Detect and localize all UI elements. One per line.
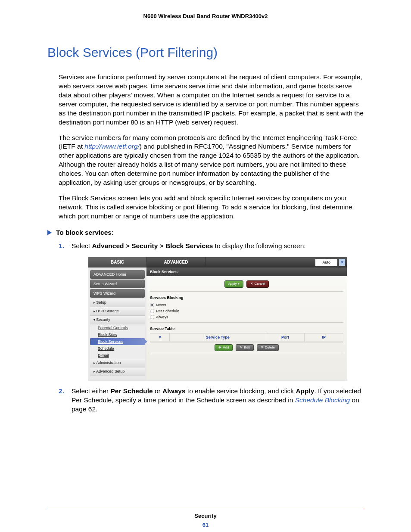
sidebar-item-security[interactable]: Security xyxy=(90,316,145,324)
edit-button[interactable]: ✎Edit xyxy=(236,344,254,352)
sidebar-item-advanced-home[interactable]: ADVANCED Home xyxy=(90,270,145,279)
col-ip: IP xyxy=(305,333,343,342)
radio-per-schedule-label: Per Schedule xyxy=(156,308,179,314)
pencil-icon: ✎ xyxy=(240,345,243,350)
step1-path: Advanced > Security > Block Services xyxy=(92,242,213,249)
document-header: N600 Wireless Dual Band Router WNDR3400v… xyxy=(47,13,364,19)
procedure-heading: To block services: xyxy=(56,229,114,236)
body-paragraph-3: The Block Services screen lets you add a… xyxy=(47,194,364,221)
auto-refresh-box: Auto xyxy=(314,257,347,268)
tab-basic[interactable]: BASIC xyxy=(88,257,147,268)
tabs-row: BASIC ADVANCED Auto xyxy=(88,257,347,268)
service-table-label: Service Table xyxy=(150,326,343,331)
sidebar-item-advanced-setup[interactable]: Advanced Setup xyxy=(90,367,145,376)
tab-spacer xyxy=(206,257,314,268)
auto-refresh-label: Auto xyxy=(315,259,337,266)
panel-title-bar: Block Services xyxy=(146,268,347,276)
step1-text-a: Select xyxy=(72,242,92,249)
sidebar-item-setup[interactable]: Setup xyxy=(90,299,145,307)
auto-refresh-dropdown[interactable] xyxy=(339,259,345,266)
x-icon: ✕ xyxy=(261,345,264,350)
add-label: Add xyxy=(223,345,229,350)
radio-never-label: Never xyxy=(156,302,166,308)
body-paragraph-2: The service numbers for many common prot… xyxy=(47,134,364,188)
chevron-down-icon xyxy=(340,261,344,264)
body-paragraph-1: Services are functions performed by serv… xyxy=(47,73,364,127)
radio-never-row[interactable]: Never xyxy=(150,302,343,308)
ui-body: ADVANCED Home Setup Wizard WPS Wizard Se… xyxy=(88,268,347,380)
sidebar-sub-email[interactable]: E-mail xyxy=(90,352,145,359)
radio-never[interactable] xyxy=(150,303,154,307)
cancel-button[interactable]: ✕Cancel xyxy=(246,280,269,288)
plus-icon: ✚ xyxy=(218,345,221,350)
radio-per-schedule[interactable] xyxy=(150,309,154,313)
sidebar-item-administration[interactable]: Administration xyxy=(90,359,145,367)
page-title: Block Services (Port Filtering) xyxy=(47,45,364,60)
procedure-arrow-icon xyxy=(47,230,52,235)
add-button[interactable]: ✚Add xyxy=(215,344,233,352)
apply-button[interactable]: Apply ▸ xyxy=(224,280,243,288)
cancel-label: Cancel xyxy=(255,282,265,286)
col-num: # xyxy=(150,333,170,342)
radio-always-row[interactable]: Always xyxy=(150,314,343,323)
service-table: # Service Type Port IP xyxy=(150,333,343,342)
col-port: Port xyxy=(266,333,305,342)
router-ui-figure: BASIC ADVANCED Auto ADVANCED Home Setup … xyxy=(88,257,347,381)
sidebar-item-wps-wizard[interactable]: WPS Wizard xyxy=(90,289,145,298)
step1-text-c: to display the following screen: xyxy=(213,242,305,249)
sidebar-item-usb-storage[interactable]: USB Storage xyxy=(90,307,145,316)
table-header-row: # Service Type Port IP xyxy=(150,333,343,342)
document-page: N600 Wireless Dual Band Router WNDR3400v… xyxy=(0,0,411,532)
content-panel: Block Services Apply ▸ ✕Cancel Services … xyxy=(146,268,347,380)
step2-e: to enable service blocking, and click xyxy=(186,387,296,395)
step-1: Select Advanced > Security > Block Servi… xyxy=(59,242,364,381)
page-footer: Security 61 xyxy=(47,513,364,528)
footer-rule xyxy=(47,509,364,509)
radio-always[interactable] xyxy=(150,315,154,319)
procedure-heading-row: To block services: xyxy=(47,229,364,236)
edit-label: Edit xyxy=(244,345,250,350)
sidebar: ADVANCED Home Setup Wizard WPS Wizard Se… xyxy=(88,268,146,380)
step2-apply: Apply xyxy=(296,387,314,395)
sidebar-sub-schedule[interactable]: Schedule xyxy=(90,345,145,352)
delete-label: Delete xyxy=(265,345,275,350)
sidebar-sub-block-services[interactable]: Block Services xyxy=(90,338,145,345)
apply-label: Apply ▸ xyxy=(228,282,240,286)
step2-a: Select either xyxy=(72,387,110,395)
table-button-row: ✚Add ✎Edit ✕Delete xyxy=(150,342,343,354)
procedure-steps: Select Advanced > Security > Block Servi… xyxy=(47,242,364,414)
apply-cancel-row: Apply ▸ ✕Cancel xyxy=(150,280,343,292)
cancel-x-icon: ✕ xyxy=(250,282,253,286)
sidebar-sub-parental-controls[interactable]: Parental Controls xyxy=(90,324,145,331)
tab-advanced[interactable]: ADVANCED xyxy=(147,257,206,268)
schedule-blocking-link[interactable]: Schedule Blocking xyxy=(295,396,350,404)
services-blocking-label: Services Blocking xyxy=(150,295,343,300)
footer-page-number: 61 xyxy=(47,522,364,528)
radio-per-schedule-row[interactable]: Per Schedule xyxy=(150,308,343,314)
step2-always: Always xyxy=(162,387,185,395)
ietf-link[interactable]: http://www.ietf.org/ xyxy=(84,143,140,150)
sidebar-item-setup-wizard[interactable]: Setup Wizard xyxy=(90,280,145,288)
footer-section-label: Security xyxy=(47,513,364,519)
sidebar-sub-block-sites[interactable]: Block Sites xyxy=(90,331,145,338)
step2-c: or xyxy=(153,387,162,395)
col-service-type: Service Type xyxy=(169,333,266,342)
step2-per-schedule: Per Schedule xyxy=(110,387,153,395)
delete-button[interactable]: ✕Delete xyxy=(257,344,279,352)
step-2: Select either Per Schedule or Always to … xyxy=(59,387,364,414)
radio-always-label: Always xyxy=(156,314,168,320)
